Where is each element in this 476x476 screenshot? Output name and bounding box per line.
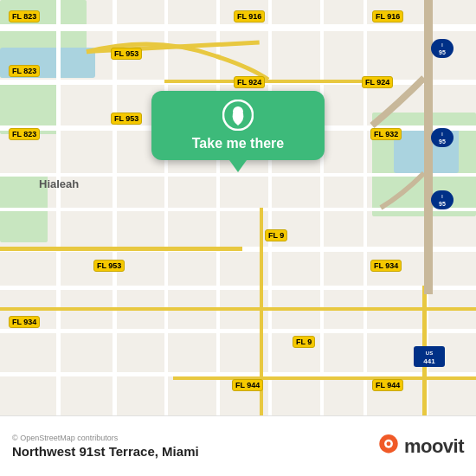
svg-rect-11 bbox=[0, 208, 476, 211]
location-info: © OpenStreetMap contributors Northwest 9… bbox=[12, 434, 199, 459]
highway-badge: FL 953 bbox=[93, 260, 125, 272]
svg-rect-27 bbox=[0, 247, 242, 251]
us-441-badge: US 441 bbox=[414, 346, 445, 370]
highway-badge: FL 916 bbox=[234, 10, 265, 23]
svg-rect-15 bbox=[0, 372, 476, 376]
svg-text:95: 95 bbox=[439, 138, 446, 145]
svg-rect-10 bbox=[0, 173, 476, 177]
highway-badge: FL 953 bbox=[111, 48, 142, 60]
highway-badge: FL 944 bbox=[372, 379, 403, 391]
highway-badge: FL 924 bbox=[362, 76, 393, 88]
location-name-label: Northwest 91st Terrace, Miami bbox=[12, 444, 199, 459]
highway-badge: FL 823 bbox=[9, 10, 40, 23]
svg-rect-17 bbox=[113, 0, 117, 415]
svg-rect-20 bbox=[268, 0, 272, 415]
city-label: Hialeah bbox=[39, 177, 79, 190]
take-me-there-button[interactable]: Take me there bbox=[192, 136, 284, 151]
i95-shield-2: I 95 bbox=[431, 128, 453, 151]
svg-rect-28 bbox=[0, 307, 476, 311]
highway-badge: FL 924 bbox=[234, 76, 265, 88]
map-pin-icon bbox=[222, 100, 254, 131]
highway-badge: FL 916 bbox=[372, 10, 403, 23]
svg-rect-29 bbox=[173, 376, 476, 380]
map-view: Hialeah FL 823 FL 916 FL 916 FL 823 FL 9… bbox=[0, 0, 476, 415]
svg-rect-22 bbox=[363, 0, 367, 415]
bottom-bar: © OpenStreetMap contributors Northwest 9… bbox=[0, 415, 476, 476]
highway-badge: FL 953 bbox=[111, 113, 142, 125]
svg-point-48 bbox=[386, 441, 390, 446]
svg-rect-13 bbox=[0, 286, 476, 290]
moovit-logo: moovit bbox=[376, 434, 464, 459]
highway-badge: FL 934 bbox=[370, 260, 402, 272]
highway-badge: FL 823 bbox=[9, 65, 40, 77]
i95-shield-3: I 95 bbox=[431, 190, 453, 213]
svg-rect-16 bbox=[56, 0, 61, 415]
svg-rect-19 bbox=[216, 0, 220, 415]
svg-rect-25 bbox=[164, 80, 389, 83]
svg-text:441: 441 bbox=[423, 357, 435, 365]
attribution-text: © OpenStreetMap contributors bbox=[12, 434, 199, 442]
svg-rect-14 bbox=[0, 329, 476, 333]
highway-badge: FL 9 bbox=[265, 229, 287, 241]
highway-badge: FL 9 bbox=[293, 336, 315, 348]
map-svg bbox=[0, 0, 476, 415]
svg-text:US: US bbox=[426, 351, 433, 356]
svg-rect-18 bbox=[164, 0, 168, 415]
highway-badge: FL 934 bbox=[9, 316, 40, 328]
svg-rect-7 bbox=[0, 24, 476, 31]
highway-badge: FL 932 bbox=[370, 128, 402, 140]
i95-shield-1: I 95 bbox=[431, 39, 453, 61]
svg-rect-21 bbox=[320, 0, 324, 415]
svg-text:95: 95 bbox=[439, 49, 446, 55]
moovit-text-label: moovit bbox=[404, 435, 464, 458]
location-popup[interactable]: Take me there bbox=[151, 91, 325, 160]
highway-badge: FL 823 bbox=[9, 128, 40, 140]
moovit-pin-icon bbox=[376, 434, 401, 459]
highway-badge: FL 944 bbox=[232, 379, 263, 391]
svg-text:95: 95 bbox=[439, 201, 446, 207]
